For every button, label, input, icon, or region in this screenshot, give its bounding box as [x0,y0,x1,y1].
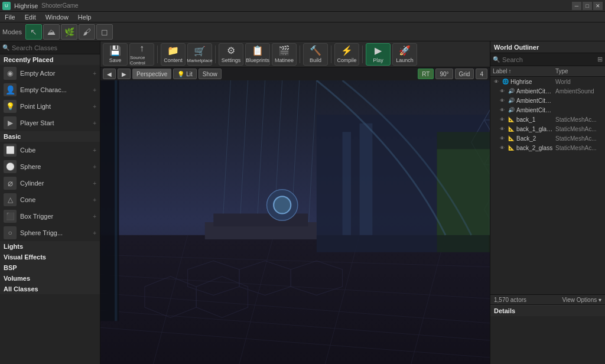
placement-item-cylinder[interactable]: ⌀ Cylinder + [0,175,100,191]
svg-rect-15 [343,132,352,235]
sphere-trigger-add-icon: + [93,230,96,236]
compile-icon: ⚡ [341,45,353,56]
viewport-fov-button[interactable]: 90° [435,69,453,79]
left-panel: 🔍 Recently Placed ◉ Empty Actor + 👤 Empt… [0,41,100,364]
outliner-name-back2glass: back_2_glass [516,145,554,151]
menu-help[interactable]: Help [76,14,94,21]
outliner-type-column[interactable]: Type [555,68,603,74]
mode-foliage-button[interactable]: 🌿 [61,24,77,40]
viewport-perspective-button[interactable]: Perspective [132,69,171,79]
toolbar-source-control-button[interactable]: ↑ Source Control [129,43,154,66]
cone-label: Cone [20,196,89,203]
viewport-show-button[interactable]: Show [199,69,222,79]
toolbar-compile-button[interactable]: ⚡ Compile [334,43,359,66]
main-layout: 🔍 Recently Placed ◉ Empty Actor + 👤 Empt… [0,41,605,364]
world-icon: 🌐 [502,78,509,85]
recently-placed-header[interactable]: Recently Placed [0,54,100,65]
toolbar-content-button[interactable]: 📁 Content [161,43,186,66]
outliner-item-back1[interactable]: 👁 📐 back_1 StaticMeshAc... [490,115,605,124]
outliner-label-column[interactable]: Label ↑ [493,68,555,74]
viewport-forward-button[interactable]: ▶ [118,69,131,79]
title-bar-title: Highrise [14,2,38,9]
volumes-header[interactable]: Volumes [0,273,100,284]
outliner-item-highrise[interactable]: 👁 🌐 Highrise World [490,77,605,86]
lights-header[interactable]: Lights [0,241,100,252]
save-icon: 💾 [109,45,121,56]
placement-item-cone[interactable]: △ Cone + [0,191,100,208]
all-classes-header[interactable]: All Classes [0,284,100,294]
viewport-back-button[interactable]: ◀ [103,69,116,79]
outliner-name-ambient3: AmbientCity_TypeD_Stereo... [516,107,554,113]
outliner-type-highrise: World [555,79,603,85]
modes-label: Modes [2,28,22,35]
outliner-item-back2glass[interactable]: 👁 📐 back_2_glass StaticMeshAc... [490,143,605,152]
basic-category-header[interactable]: Basic [0,131,100,142]
viewport-realtime-button[interactable]: RT [418,69,434,79]
menu-edit[interactable]: Edit [22,14,38,21]
viewport-speed-button[interactable]: 4 [476,69,487,79]
toolbar-matinee-button[interactable]: 🎬 Matinee [272,43,297,66]
build-icon: 🔨 [310,45,321,56]
viewport-scene: Level Highrise (Persistent) [100,80,490,364]
details-title: Details [494,307,515,314]
marketplace-label: Marketplace [187,58,213,63]
placement-item-sphere-trigger[interactable]: ○ Sphere Trigg... + [0,225,100,241]
outliner-item-ambient3[interactable]: 👁 🔊 AmbientCity_TypeD_Stereo... [490,105,605,115]
viewport-lit-button[interactable]: 💡 Lit [173,69,197,79]
menu-window[interactable]: Window [43,14,71,21]
search-classes-input[interactable] [12,44,97,51]
toolbar-blueprints-button[interactable]: 📋 Blueprints [245,43,270,66]
mode-geometry-button[interactable]: ◻ [96,24,113,40]
outliner-item-ambient1[interactable]: 👁 🔊 AmbientCity_TypeC_Stereo AmbientSoun… [490,86,605,96]
cylinder-icon: ⌀ [4,177,17,190]
empty-char-icon: 👤 [4,83,17,96]
minimize-button[interactable]: ─ [572,2,581,10]
placement-item-box-trigger[interactable]: ⬛ Box Trigger + [0,208,100,225]
placement-item-cube[interactable]: ⬜ Cube + [0,142,100,158]
menu-file[interactable]: File [2,14,18,21]
content-label: Content [164,57,183,63]
placement-item-player-start[interactable]: ▶ Player Start + [0,115,100,131]
placement-item-point-light[interactable]: 💡 Point Light + [0,98,100,115]
outliner-search-input[interactable] [502,56,595,63]
toolbar-save-button[interactable]: 💾 Save [103,43,128,66]
box-trigger-add-icon: + [93,213,96,220]
outliner-search-submit-icon[interactable]: ⊞ [597,56,603,63]
viewport[interactable]: ◀ ▶ Perspective 💡 Lit Show RT 90° Grid 4 [100,67,490,364]
toolbar-marketplace-button[interactable]: 🛒 Marketplace [187,43,212,66]
type-col-text: Type [555,68,568,74]
visual-effects-header[interactable]: Visual Effects [0,252,100,262]
content-icon: 📁 [167,45,179,56]
marketplace-icon: 🛒 [194,46,206,57]
player-start-label: Player Start [20,119,89,126]
right-panel: World Outliner 🔍 ⊞ Label ↑ Type 👁 🌐 High… [490,41,605,364]
cube-icon: ⬜ [4,144,17,157]
bsp-header[interactable]: BSP [0,262,100,273]
mode-brush-button[interactable]: 🖌 [79,24,95,40]
outliner-type-ambient1: AmbientSound [555,88,603,95]
toolbar-build-button[interactable]: 🔨 Build [303,43,328,66]
toolbar-launch-button[interactable]: 🚀 Launch [392,43,417,66]
outliner-view-options[interactable]: View Options ▾ [562,297,601,303]
toolbar-separator-3 [300,46,300,63]
viewport-grid-button[interactable]: Grid [455,69,474,79]
mode-select-button[interactable]: ↖ [25,24,42,40]
empty-actor-add-icon: + [93,70,96,77]
maximize-button[interactable]: □ [583,2,592,10]
box-trigger-label: Box Trigger [20,213,89,220]
title-bar-left: U Highrise ShooterGame [2,2,79,10]
placement-item-empty-actor[interactable]: ◉ Empty Actor + [0,65,100,82]
placement-item-empty-char[interactable]: 👤 Empty Charac... + [0,82,100,98]
outliner-name-ambient1: AmbientCity_TypeC_Stereo [516,88,554,95]
outliner-item-back1glass[interactable]: 👁 📐 back_1_glass_2 StaticMeshAc... [490,124,605,134]
placement-item-sphere[interactable]: ⚪ Sphere + [0,158,100,175]
mode-landscape-button[interactable]: ⛰ [43,24,60,40]
outliner-item-ambient2[interactable]: 👁 🔊 AmbientCity_TypeC_6AmbientS... [490,96,605,105]
toolbar-settings-button[interactable]: ⚙ Settings [219,43,243,66]
search-icon: 🔍 [2,44,9,51]
actor-count: 1,570 actors [494,297,526,303]
close-button[interactable]: ✕ [593,2,603,10]
outliner-item-back2[interactable]: 👁 📐 Back_2 StaticMeshAc... [490,134,605,143]
visibility-icon: 👁 [499,97,506,104]
toolbar-play-button[interactable]: ▶ Play [366,43,391,66]
